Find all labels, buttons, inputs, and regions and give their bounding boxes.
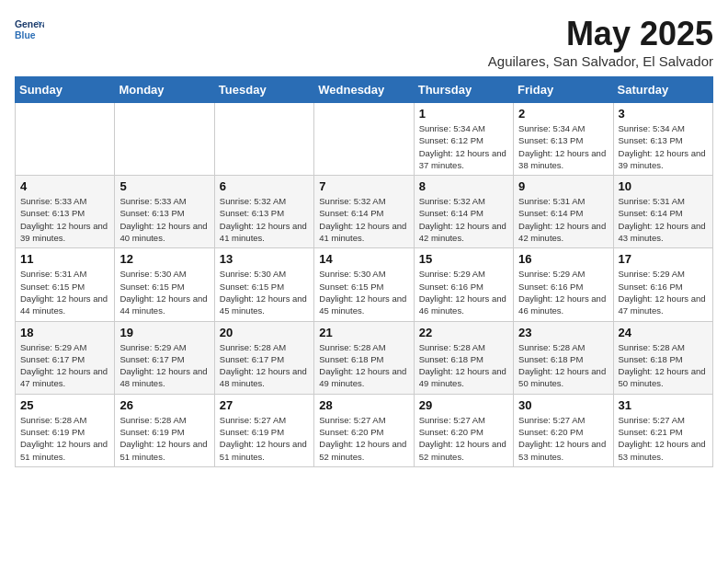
day-info: Sunrise: 5:27 AM Sunset: 6:20 PM Dayligh…: [319, 414, 408, 463]
day-info: Sunrise: 5:29 AM Sunset: 6:17 PM Dayligh…: [119, 341, 209, 390]
calendar-cell: 27Sunrise: 5:27 AM Sunset: 6:19 PM Dayli…: [214, 394, 313, 466]
day-number: 3: [619, 107, 708, 121]
day-number: 24: [619, 326, 708, 339]
day-number: 27: [220, 398, 309, 412]
calendar-day-header: Saturday: [613, 77, 712, 103]
logo: General Blue: [15, 15, 44, 44]
calendar-cell: 15Sunrise: 5:29 AM Sunset: 6:16 PM Dayli…: [414, 248, 513, 321]
calendar-day-header: Monday: [115, 77, 214, 103]
calendar-cell: 30Sunrise: 5:27 AM Sunset: 6:20 PM Dayli…: [514, 394, 613, 466]
day-number: 13: [220, 252, 309, 266]
day-number: 19: [119, 326, 209, 339]
day-number: 28: [319, 398, 408, 412]
day-info: Sunrise: 5:29 AM Sunset: 6:16 PM Dayligh…: [419, 268, 508, 316]
day-info: Sunrise: 5:31 AM Sunset: 6:14 PM Dayligh…: [518, 195, 608, 244]
day-number: 15: [419, 252, 508, 266]
calendar-week-row: 1Sunrise: 5:34 AM Sunset: 6:12 PM Daylig…: [16, 103, 713, 176]
calendar-cell: 14Sunrise: 5:30 AM Sunset: 6:15 PM Dayli…: [314, 248, 414, 321]
page-header: General Blue May 2025 Aguilares, San Sal…: [15, 15, 713, 69]
calendar-day-header: Thursday: [414, 77, 513, 103]
calendar-week-row: 11Sunrise: 5:31 AM Sunset: 6:15 PM Dayli…: [16, 248, 713, 321]
day-number: 14: [319, 252, 408, 266]
svg-text:General: General: [15, 19, 44, 29]
calendar-cell: [16, 103, 115, 176]
calendar-cell: 13Sunrise: 5:30 AM Sunset: 6:15 PM Dayli…: [214, 248, 313, 321]
day-number: 20: [220, 326, 309, 339]
calendar-day-header: Friday: [514, 77, 613, 103]
day-number: 26: [119, 398, 209, 412]
calendar-cell: 16Sunrise: 5:29 AM Sunset: 6:16 PM Dayli…: [514, 248, 613, 321]
calendar-cell: 19Sunrise: 5:29 AM Sunset: 6:17 PM Dayli…: [115, 321, 214, 394]
calendar-cell: 10Sunrise: 5:31 AM Sunset: 6:14 PM Dayli…: [613, 176, 712, 248]
day-info: Sunrise: 5:30 AM Sunset: 6:15 PM Dayligh…: [220, 268, 309, 316]
calendar-header-row: SundayMondayTuesdayWednesdayThursdayFrid…: [16, 77, 713, 103]
day-info: Sunrise: 5:28 AM Sunset: 6:18 PM Dayligh…: [419, 341, 508, 390]
day-number: 11: [20, 252, 109, 266]
calendar-cell: 4Sunrise: 5:33 AM Sunset: 6:13 PM Daylig…: [16, 176, 115, 248]
day-number: 18: [20, 326, 109, 339]
day-number: 22: [419, 326, 508, 339]
calendar-cell: 3Sunrise: 5:34 AM Sunset: 6:13 PM Daylig…: [613, 103, 712, 176]
day-info: Sunrise: 5:34 AM Sunset: 6:12 PM Dayligh…: [419, 122, 508, 171]
calendar-day-header: Sunday: [16, 77, 115, 103]
calendar-cell: 20Sunrise: 5:28 AM Sunset: 6:17 PM Dayli…: [214, 321, 313, 394]
day-number: 4: [20, 179, 109, 193]
day-info: Sunrise: 5:28 AM Sunset: 6:18 PM Dayligh…: [518, 341, 608, 390]
day-info: Sunrise: 5:27 AM Sunset: 6:21 PM Dayligh…: [619, 414, 708, 463]
day-info: Sunrise: 5:28 AM Sunset: 6:17 PM Dayligh…: [220, 341, 309, 390]
day-number: 30: [518, 398, 608, 412]
calendar-cell: 26Sunrise: 5:28 AM Sunset: 6:19 PM Dayli…: [115, 394, 214, 466]
day-info: Sunrise: 5:27 AM Sunset: 6:20 PM Dayligh…: [518, 414, 608, 463]
calendar-cell: 18Sunrise: 5:29 AM Sunset: 6:17 PM Dayli…: [16, 321, 115, 394]
day-info: Sunrise: 5:29 AM Sunset: 6:16 PM Dayligh…: [518, 268, 608, 316]
calendar-day-header: Tuesday: [214, 77, 313, 103]
day-number: 6: [220, 179, 309, 193]
day-info: Sunrise: 5:32 AM Sunset: 6:14 PM Dayligh…: [419, 195, 508, 244]
day-number: 23: [518, 326, 608, 339]
day-number: 31: [619, 398, 708, 412]
logo-icon: General Blue: [15, 15, 44, 44]
day-number: 10: [619, 179, 708, 193]
day-number: 16: [518, 252, 608, 266]
calendar-cell: 12Sunrise: 5:30 AM Sunset: 6:15 PM Dayli…: [115, 248, 214, 321]
day-info: Sunrise: 5:30 AM Sunset: 6:15 PM Dayligh…: [119, 268, 209, 316]
calendar-cell: 31Sunrise: 5:27 AM Sunset: 6:21 PM Dayli…: [613, 394, 712, 466]
calendar-cell: 21Sunrise: 5:28 AM Sunset: 6:18 PM Dayli…: [314, 321, 414, 394]
day-number: 21: [319, 326, 408, 339]
day-info: Sunrise: 5:32 AM Sunset: 6:13 PM Dayligh…: [220, 195, 309, 244]
day-info: Sunrise: 5:34 AM Sunset: 6:13 PM Dayligh…: [619, 122, 708, 171]
day-info: Sunrise: 5:27 AM Sunset: 6:20 PM Dayligh…: [419, 414, 508, 463]
day-info: Sunrise: 5:31 AM Sunset: 6:14 PM Dayligh…: [619, 195, 708, 244]
day-info: Sunrise: 5:28 AM Sunset: 6:19 PM Dayligh…: [20, 414, 109, 463]
calendar-cell: 17Sunrise: 5:29 AM Sunset: 6:16 PM Dayli…: [613, 248, 712, 321]
day-number: 9: [518, 179, 608, 193]
calendar-cell: 9Sunrise: 5:31 AM Sunset: 6:14 PM Daylig…: [514, 176, 613, 248]
month-title: May 2025: [488, 15, 713, 53]
calendar-cell: 1Sunrise: 5:34 AM Sunset: 6:12 PM Daylig…: [414, 103, 513, 176]
day-info: Sunrise: 5:28 AM Sunset: 6:18 PM Dayligh…: [619, 341, 708, 390]
calendar-cell: 23Sunrise: 5:28 AM Sunset: 6:18 PM Dayli…: [514, 321, 613, 394]
calendar-day-header: Wednesday: [314, 77, 414, 103]
location-subtitle: Aguilares, San Salvador, El Salvador: [488, 53, 713, 69]
calendar-week-row: 25Sunrise: 5:28 AM Sunset: 6:19 PM Dayli…: [16, 394, 713, 466]
day-number: 5: [119, 179, 209, 193]
day-number: 7: [319, 179, 408, 193]
day-info: Sunrise: 5:29 AM Sunset: 6:17 PM Dayligh…: [20, 341, 109, 390]
day-number: 12: [119, 252, 209, 266]
calendar-cell: 24Sunrise: 5:28 AM Sunset: 6:18 PM Dayli…: [613, 321, 712, 394]
day-number: 8: [419, 179, 508, 193]
calendar-cell: 22Sunrise: 5:28 AM Sunset: 6:18 PM Dayli…: [414, 321, 513, 394]
day-info: Sunrise: 5:29 AM Sunset: 6:16 PM Dayligh…: [619, 268, 708, 316]
day-number: 29: [419, 398, 508, 412]
calendar-week-row: 4Sunrise: 5:33 AM Sunset: 6:13 PM Daylig…: [16, 176, 713, 248]
calendar-cell: 29Sunrise: 5:27 AM Sunset: 6:20 PM Dayli…: [414, 394, 513, 466]
day-info: Sunrise: 5:33 AM Sunset: 6:13 PM Dayligh…: [20, 195, 109, 244]
day-info: Sunrise: 5:28 AM Sunset: 6:18 PM Dayligh…: [319, 341, 408, 390]
calendar-cell: 11Sunrise: 5:31 AM Sunset: 6:15 PM Dayli…: [16, 248, 115, 321]
calendar-cell: 2Sunrise: 5:34 AM Sunset: 6:13 PM Daylig…: [514, 103, 613, 176]
calendar-cell: 7Sunrise: 5:32 AM Sunset: 6:14 PM Daylig…: [314, 176, 414, 248]
day-info: Sunrise: 5:31 AM Sunset: 6:15 PM Dayligh…: [20, 268, 109, 316]
svg-text:Blue: Blue: [15, 30, 36, 40]
calendar-cell: [214, 103, 313, 176]
day-info: Sunrise: 5:30 AM Sunset: 6:15 PM Dayligh…: [319, 268, 408, 316]
